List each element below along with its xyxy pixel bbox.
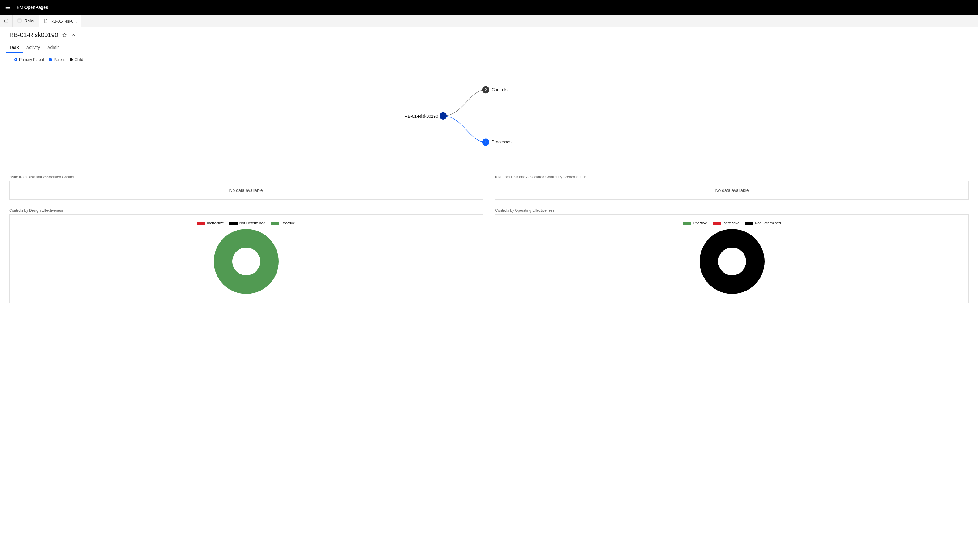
swatch-black — [745, 222, 753, 225]
graph-svg: RB-01-Risk00190 2 Controls 1 Processes — [10, 65, 968, 163]
page-title: RB-01-Risk00190 — [9, 32, 58, 38]
operating-legend-effective[interactable]: Effective — [683, 221, 707, 225]
svg-rect-0 — [18, 18, 21, 22]
swatch-green — [271, 222, 279, 225]
node-processes-label: Processes — [492, 140, 511, 144]
content: Primary Parent Parent Child RB-01-Risk00… — [0, 53, 978, 316]
tab-current-label: RB-01-Risk0... — [51, 19, 77, 23]
tab-admin[interactable]: Admin — [43, 42, 64, 53]
primary-parent-marker — [14, 58, 17, 61]
graph-legend: Primary Parent Parent Child — [9, 53, 969, 65]
panel-design: Ineffective Not Determined Effective — [9, 215, 483, 303]
legend-child-label: Child — [75, 57, 83, 62]
design-chart-legend: Ineffective Not Determined Effective — [13, 221, 480, 225]
favorite-icon[interactable] — [62, 32, 67, 38]
panel-design-title: Controls by Design Effectiveness — [9, 208, 483, 213]
design-legend-ineffective[interactable]: Ineffective — [197, 221, 224, 225]
legend-primary-parent-label: Primary Parent — [19, 57, 44, 62]
panel-kri-title: KRI from Risk and Associated Control by … — [495, 175, 969, 179]
root-node-label: RB-01-Risk00190 — [405, 114, 438, 119]
panel-kri: No data available — [495, 181, 969, 200]
brand: IBM OpenPages — [15, 5, 48, 10]
legend-parent: Parent — [49, 57, 65, 62]
tab-home[interactable] — [0, 15, 13, 27]
panel-issue-empty: No data available — [229, 188, 262, 193]
donut-operating[interactable] — [700, 229, 765, 294]
swatch-red — [713, 222, 721, 225]
sub-tabs: Task Activity Admin — [0, 40, 978, 53]
operating-legend-ineffective-label: Ineffective — [722, 221, 739, 225]
tab-activity[interactable]: Activity — [23, 42, 43, 53]
panel-issue-title: Issue from Risk and Associated Control — [9, 175, 483, 179]
donut-design[interactable] — [214, 229, 279, 294]
menu-icon[interactable] — [5, 5, 10, 10]
design-legend-effective-label: Effective — [281, 221, 295, 225]
title-row: RB-01-Risk00190 — [0, 27, 978, 40]
panel-operating-title: Controls by Operating Effectiveness — [495, 208, 969, 213]
operating-legend-effective-label: Effective — [693, 221, 707, 225]
design-legend-effective[interactable]: Effective — [271, 221, 295, 225]
app-header: IBM OpenPages — [0, 0, 978, 15]
swatch-green — [683, 222, 691, 225]
edge-processes — [443, 116, 486, 142]
edge-controls — [443, 90, 486, 116]
operating-chart-legend: Effective Ineffective Not Determined — [498, 221, 965, 225]
design-legend-ineffective-label: Ineffective — [207, 221, 224, 225]
tab-risks[interactable]: Risks — [13, 15, 39, 27]
node-processes-count: 1 — [485, 140, 487, 144]
nav-tabs: Risks RB-01-Risk0... — [0, 15, 978, 27]
tab-task[interactable]: Task — [5, 42, 23, 53]
grid-icon — [17, 18, 22, 24]
tab-current[interactable]: RB-01-Risk0... — [39, 15, 82, 27]
document-icon — [43, 18, 48, 24]
panel-kri-empty: No data available — [715, 188, 749, 193]
panel-issue: No data available — [9, 181, 483, 200]
chevron-up-icon[interactable] — [70, 32, 76, 38]
brand-name: OpenPages — [24, 5, 48, 10]
swatch-black — [229, 222, 237, 225]
tab-risks-label: Risks — [24, 18, 34, 23]
design-legend-not-determined-label: Not Determined — [239, 221, 265, 225]
legend-child: Child — [70, 57, 83, 62]
node-controls-count: 2 — [485, 87, 487, 92]
panels-row-1: Issue from Risk and Associated Control N… — [9, 173, 969, 200]
design-legend-not-determined[interactable]: Not Determined — [229, 221, 265, 225]
swatch-red — [197, 222, 205, 225]
legend-parent-label: Parent — [54, 57, 65, 62]
parent-marker — [49, 58, 52, 61]
operating-legend-ineffective[interactable]: Ineffective — [713, 221, 739, 225]
node-controls-label: Controls — [492, 87, 507, 92]
operating-legend-not-determined[interactable]: Not Determined — [745, 221, 781, 225]
child-marker — [70, 58, 73, 61]
operating-legend-not-determined-label: Not Determined — [755, 221, 781, 225]
relationship-graph[interactable]: RB-01-Risk00190 2 Controls 1 Processes — [9, 65, 969, 164]
panels-row-2: Controls by Design Effectiveness Ineffec… — [9, 207, 969, 303]
panel-operating: Effective Ineffective Not Determined — [495, 215, 969, 303]
legend-primary-parent: Primary Parent — [14, 57, 44, 62]
brand-prefix: IBM — [15, 5, 23, 10]
root-node[interactable] — [440, 112, 446, 120]
title-actions — [62, 32, 76, 38]
home-icon — [4, 18, 9, 24]
